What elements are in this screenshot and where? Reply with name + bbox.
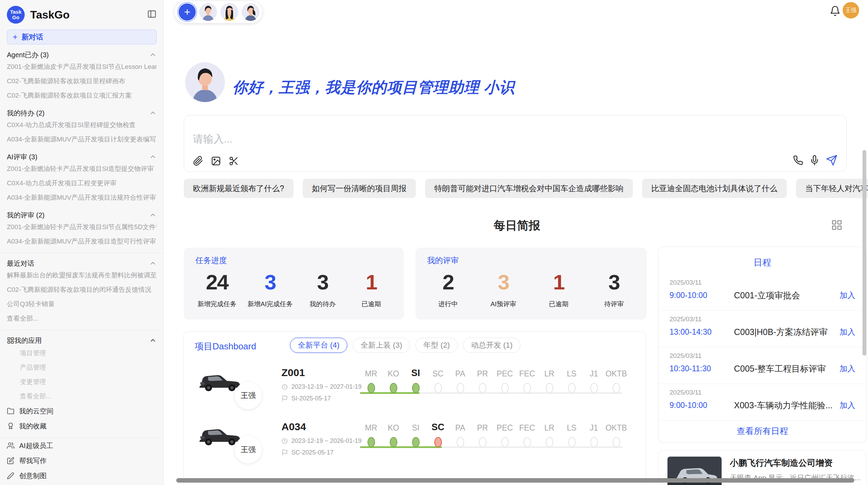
sidebar-item[interactable]: Z001-全新燃油轻卡产品开发项目SI节点属性5D文件评审 — [7, 220, 157, 234]
milestone-node[interactable] — [412, 383, 420, 393]
sidebar-link-pen[interactable]: 创意制图 — [7, 468, 157, 483]
sidebar-item[interactable]: C02-飞腾新能源轻客改款项目里程碑画布 — [7, 74, 157, 88]
milestone-label: PEC — [497, 366, 513, 378]
chevron-up-icon — [149, 51, 157, 59]
suggestion-chip[interactable]: 当下年轻人对汽车外观有怎样的喜好趋势 — [796, 179, 868, 198]
my-apps-header[interactable]: 我的应用 — [7, 335, 157, 346]
screenshot-scissors-icon[interactable] — [229, 156, 239, 166]
recent-item[interactable]: C02-飞腾新能源轻客改款项目的闭环通告反馈情况 — [7, 283, 157, 297]
milestone-node[interactable] — [546, 383, 553, 393]
milestone-node[interactable] — [412, 437, 420, 447]
section-header[interactable]: 我的待办 (2) — [7, 108, 157, 118]
image-upload-icon[interactable] — [211, 156, 221, 166]
sidebar-link-users[interactable]: AI超级员工 — [7, 438, 157, 453]
milestone-node[interactable] — [434, 383, 442, 393]
sidebar-item[interactable]: A034-全新新能源MUV产品开发项目法规符合性评审 — [7, 190, 157, 205]
user-avatar[interactable]: 王强 — [843, 2, 859, 18]
milestone-node[interactable] — [613, 437, 620, 447]
milestone-LS: LS — [560, 420, 583, 447]
microphone-icon[interactable] — [809, 155, 820, 165]
section-header[interactable]: 我的评审 (2) — [7, 210, 157, 220]
milestone-node[interactable] — [501, 383, 509, 393]
milestone-node[interactable] — [590, 383, 598, 393]
project-code[interactable]: Z001 — [281, 367, 305, 378]
milestone-node[interactable] — [568, 437, 576, 447]
milestone-node[interactable] — [457, 383, 464, 393]
attachment-icon[interactable] — [193, 156, 203, 166]
sidebar-link-write[interactable]: 帮我写作 — [7, 453, 157, 468]
join-button[interactable]: 加入 — [840, 290, 855, 301]
new-chat-button[interactable]: + 新对话 — [7, 29, 157, 45]
app-item[interactable]: 项目管理 — [7, 346, 157, 360]
sidebar-item[interactable]: Z001-全新燃油皮卡产品开发项目SI节点Lesson Learn报告 — [7, 60, 157, 74]
sidebar-item[interactable]: Z001-全新燃油轻卡产品开发项目SI造型提交物评审 — [7, 162, 157, 176]
app-item[interactable]: 查看全部... — [7, 389, 157, 403]
view-all-schedule-link[interactable]: 查看所有日程 — [659, 425, 866, 437]
milestone-node[interactable] — [434, 437, 442, 447]
recent-item[interactable]: 解释最新出台的欧盟报废车法规再生塑料比例被调至15%... — [7, 268, 157, 283]
suggestion-chip[interactable]: 比亚迪全固态电池计划具体说了什么 — [642, 179, 787, 198]
collapse-sidebar-icon[interactable] — [147, 9, 157, 20]
suggestion-chip[interactable]: 如何写一份清晰的项目周报 — [303, 179, 416, 198]
horizontal-scrollbar[interactable] — [176, 478, 854, 483]
milestone-node[interactable] — [457, 437, 464, 447]
milestone-node[interactable] — [501, 437, 509, 447]
suggestion-chip[interactable]: 欧洲新规最近颁布了什么? — [184, 179, 293, 198]
join-button[interactable]: 加入 — [840, 327, 855, 337]
sidebar-item[interactable]: C0X4-动力总成开发项目SI里程碑提交物检查 — [7, 118, 157, 132]
join-button[interactable]: 加入 — [840, 363, 855, 374]
schedule-date: 2025/03/11 — [670, 315, 855, 323]
milestone-node[interactable] — [523, 383, 531, 393]
agent-avatar[interactable] — [242, 3, 260, 21]
sidebar-item[interactable]: A034-全新新能源MUV产品开发项目计划变更表编写 — [7, 132, 157, 147]
voice-call-icon[interactable] — [793, 155, 803, 165]
agent-avatar[interactable] — [220, 3, 238, 21]
section-header[interactable]: 最近对话 — [7, 259, 157, 268]
notification-bell-icon[interactable] — [830, 5, 841, 16]
assistant-avatar — [185, 62, 225, 102]
milestone-node[interactable] — [523, 437, 531, 447]
suggestion-chip[interactable]: 特朗普可能对进口汽车增税会对中国车企造成哪些影响 — [425, 179, 633, 198]
milestone-node[interactable] — [390, 437, 397, 447]
sidebar-link-folder[interactable]: 我的云空间 — [7, 403, 157, 419]
milestone-node[interactable] — [479, 383, 486, 393]
app-item[interactable]: 产品管理 — [7, 360, 157, 375]
milestone-node[interactable] — [479, 437, 486, 447]
join-button[interactable]: 加入 — [840, 400, 855, 411]
milestone-node[interactable] — [590, 437, 598, 447]
recent-item[interactable]: 公司Q3轻卡销量 — [7, 297, 157, 311]
sidebar-item[interactable]: C02-飞腾新能源轻客改款项目立项汇报方案 — [7, 88, 157, 103]
milestone-node[interactable] — [367, 437, 375, 447]
dashboard-tab[interactable]: 年型 (2) — [415, 338, 458, 353]
dashboard-tab[interactable]: 动总开发 (1) — [463, 338, 520, 353]
dashboard-tab[interactable]: 全新平台 (4) — [290, 338, 347, 353]
agent-avatar[interactable] — [199, 3, 217, 21]
milestone-node[interactable] — [613, 383, 620, 393]
sidebar-link-award[interactable]: 我的收藏 — [7, 419, 157, 434]
app-item[interactable]: 变更管理 — [7, 375, 157, 389]
milestone-label: OKTB — [605, 420, 627, 433]
briefing-layout-icon[interactable] — [831, 219, 843, 231]
sidebar-link-label: 帮我写作 — [19, 456, 47, 465]
sidebar-item[interactable]: A034-全新新能源MUV产品开发项目造型可行性评审 — [7, 234, 157, 249]
sidebar-links: 我的云空间我的收藏 — [7, 403, 157, 434]
add-agent-button[interactable]: + — [179, 3, 196, 21]
dashboard-tab[interactable]: 全新上装 (3) — [353, 338, 410, 353]
recent-item[interactable]: 查看全部... — [7, 311, 157, 326]
section-header[interactable]: Agent已办 (3) — [7, 50, 157, 60]
chat-input[interactable] — [193, 133, 604, 145]
section-header[interactable]: AI评审 (3) — [7, 152, 157, 162]
logo-row: Task Go TaskGo — [7, 5, 157, 25]
project-code[interactable]: A034 — [281, 421, 306, 433]
milestone-KO: KO — [382, 366, 405, 393]
vertical-scrollbar[interactable] — [863, 150, 866, 356]
milestone-node[interactable] — [546, 437, 553, 447]
milestone-track: MRKOSISCPAPRPECFECLRLSJ1OKTB — [360, 366, 627, 401]
send-icon[interactable] — [826, 154, 837, 166]
milestone-node[interactable] — [568, 383, 576, 393]
agent-switcher: + — [174, 1, 263, 23]
milestone-node[interactable] — [390, 383, 397, 393]
milestone-PEC: PEC — [494, 420, 516, 447]
sidebar-item[interactable]: C0X4-动力总成开发项目工程变更评审 — [7, 176, 157, 190]
milestone-node[interactable] — [367, 383, 375, 393]
